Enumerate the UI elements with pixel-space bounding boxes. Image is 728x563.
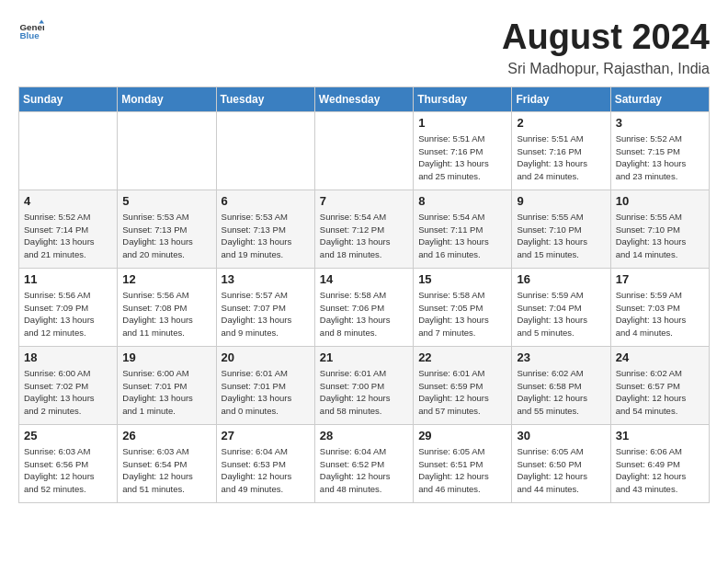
col-monday: Monday xyxy=(118,86,216,111)
table-row: 3Sunrise: 5:52 AM Sunset: 7:15 PM Daylig… xyxy=(610,111,709,190)
day-info: Sunrise: 5:55 AM Sunset: 7:10 PM Dayligh… xyxy=(517,211,605,261)
day-info: Sunrise: 5:51 AM Sunset: 7:16 PM Dayligh… xyxy=(517,132,605,183)
day-info: Sunrise: 6:06 AM Sunset: 6:49 PM Dayligh… xyxy=(616,445,704,496)
day-info: Sunrise: 6:00 AM Sunset: 7:02 PM Dayligh… xyxy=(24,367,112,418)
day-info: Sunrise: 6:00 AM Sunset: 7:01 PM Dayligh… xyxy=(122,367,210,418)
day-number: 8 xyxy=(418,194,506,208)
table-row xyxy=(216,111,314,190)
table-row: 30Sunrise: 6:05 AM Sunset: 6:50 PM Dayli… xyxy=(512,424,610,502)
day-number: 18 xyxy=(24,350,112,364)
day-info: Sunrise: 5:52 AM Sunset: 7:15 PM Dayligh… xyxy=(616,132,704,183)
table-row: 11Sunrise: 5:56 AM Sunset: 7:09 PM Dayli… xyxy=(19,268,118,346)
table-row: 15Sunrise: 5:58 AM Sunset: 7:05 PM Dayli… xyxy=(414,268,512,346)
day-number: 19 xyxy=(122,350,210,364)
calendar-title: August 2024 xyxy=(502,18,710,57)
calendar-week-row: 1Sunrise: 5:51 AM Sunset: 7:16 PM Daylig… xyxy=(19,111,710,190)
table-row xyxy=(19,111,118,190)
table-row: 29Sunrise: 6:05 AM Sunset: 6:51 PM Dayli… xyxy=(414,424,512,502)
table-row: 24Sunrise: 6:02 AM Sunset: 6:57 PM Dayli… xyxy=(610,346,709,424)
day-number: 7 xyxy=(320,194,408,208)
table-row: 12Sunrise: 5:56 AM Sunset: 7:08 PM Dayli… xyxy=(118,268,216,346)
day-number: 17 xyxy=(616,272,704,286)
day-number: 4 xyxy=(24,194,112,208)
table-row: 27Sunrise: 6:04 AM Sunset: 6:53 PM Dayli… xyxy=(216,424,314,502)
day-info: Sunrise: 5:56 AM Sunset: 7:08 PM Dayligh… xyxy=(122,289,210,339)
day-number: 5 xyxy=(122,194,210,208)
table-row: 19Sunrise: 6:00 AM Sunset: 7:01 PM Dayli… xyxy=(118,346,216,424)
day-number: 12 xyxy=(122,272,210,286)
table-row: 14Sunrise: 5:58 AM Sunset: 7:06 PM Dayli… xyxy=(314,268,413,346)
calendar-header-row: Sunday Monday Tuesday Wednesday Thursday… xyxy=(19,86,710,111)
table-row: 7Sunrise: 5:54 AM Sunset: 7:12 PM Daylig… xyxy=(314,190,413,268)
day-number: 27 xyxy=(222,429,310,442)
table-row: 5Sunrise: 5:53 AM Sunset: 7:13 PM Daylig… xyxy=(118,190,216,268)
table-row: 4Sunrise: 5:52 AM Sunset: 7:14 PM Daylig… xyxy=(19,190,118,268)
table-row: 16Sunrise: 5:59 AM Sunset: 7:04 PM Dayli… xyxy=(512,268,610,346)
table-row: 23Sunrise: 6:02 AM Sunset: 6:58 PM Dayli… xyxy=(512,346,610,424)
calendar-week-row: 11Sunrise: 5:56 AM Sunset: 7:09 PM Dayli… xyxy=(19,268,710,346)
day-number: 29 xyxy=(418,429,506,442)
col-saturday: Saturday xyxy=(610,86,709,111)
col-friday: Friday xyxy=(512,86,610,111)
day-number: 10 xyxy=(616,194,704,208)
col-thursday: Thursday xyxy=(414,86,512,111)
table-row: 26Sunrise: 6:03 AM Sunset: 6:54 PM Dayli… xyxy=(118,424,216,502)
table-row: 31Sunrise: 6:06 AM Sunset: 6:49 PM Dayli… xyxy=(610,424,709,502)
calendar-week-row: 4Sunrise: 5:52 AM Sunset: 7:14 PM Daylig… xyxy=(19,190,710,268)
day-info: Sunrise: 5:54 AM Sunset: 7:12 PM Dayligh… xyxy=(320,211,408,261)
day-info: Sunrise: 6:01 AM Sunset: 7:00 PM Dayligh… xyxy=(320,367,408,418)
calendar-table: Sunday Monday Tuesday Wednesday Thursday… xyxy=(18,86,710,503)
day-number: 21 xyxy=(320,350,408,364)
day-number: 30 xyxy=(517,429,605,442)
title-section: August 2024 Sri Madhopur, Rajasthan, Ind… xyxy=(502,18,710,77)
day-info: Sunrise: 6:03 AM Sunset: 6:54 PM Dayligh… xyxy=(122,445,210,496)
logo-icon: General Blue xyxy=(18,18,44,44)
svg-text:Blue: Blue xyxy=(19,30,40,40)
day-info: Sunrise: 6:05 AM Sunset: 6:50 PM Dayligh… xyxy=(517,445,605,496)
table-row: 9Sunrise: 5:55 AM Sunset: 7:10 PM Daylig… xyxy=(512,190,610,268)
day-info: Sunrise: 6:05 AM Sunset: 6:51 PM Dayligh… xyxy=(418,445,506,496)
day-info: Sunrise: 5:53 AM Sunset: 7:13 PM Dayligh… xyxy=(122,211,210,261)
day-number: 22 xyxy=(418,350,506,364)
day-number: 9 xyxy=(517,194,605,208)
day-info: Sunrise: 6:04 AM Sunset: 6:53 PM Dayligh… xyxy=(222,445,310,496)
col-tuesday: Tuesday xyxy=(216,86,314,111)
day-info: Sunrise: 5:52 AM Sunset: 7:14 PM Dayligh… xyxy=(24,211,112,261)
table-row: 13Sunrise: 5:57 AM Sunset: 7:07 PM Dayli… xyxy=(216,268,314,346)
day-number: 20 xyxy=(222,350,310,364)
day-number: 25 xyxy=(24,429,112,442)
table-row: 8Sunrise: 5:54 AM Sunset: 7:11 PM Daylig… xyxy=(414,190,512,268)
table-row: 21Sunrise: 6:01 AM Sunset: 7:00 PM Dayli… xyxy=(314,346,413,424)
header: General Blue August 2024 Sri Madhopur, R… xyxy=(18,18,710,77)
day-number: 23 xyxy=(517,350,605,364)
day-number: 11 xyxy=(24,272,112,286)
col-wednesday: Wednesday xyxy=(314,86,413,111)
day-info: Sunrise: 5:58 AM Sunset: 7:05 PM Dayligh… xyxy=(418,289,506,339)
day-info: Sunrise: 5:51 AM Sunset: 7:16 PM Dayligh… xyxy=(418,132,506,183)
day-info: Sunrise: 5:59 AM Sunset: 7:03 PM Dayligh… xyxy=(616,289,704,339)
day-number: 28 xyxy=(320,429,408,442)
day-number: 1 xyxy=(418,116,506,130)
day-number: 15 xyxy=(418,272,506,286)
table-row: 25Sunrise: 6:03 AM Sunset: 6:56 PM Dayli… xyxy=(19,424,118,502)
day-number: 31 xyxy=(616,429,704,442)
day-info: Sunrise: 5:58 AM Sunset: 7:06 PM Dayligh… xyxy=(320,289,408,339)
logo: General Blue xyxy=(18,18,44,44)
day-info: Sunrise: 5:55 AM Sunset: 7:10 PM Dayligh… xyxy=(616,211,704,261)
day-info: Sunrise: 6:01 AM Sunset: 7:01 PM Dayligh… xyxy=(222,367,310,418)
table-row: 20Sunrise: 6:01 AM Sunset: 7:01 PM Dayli… xyxy=(216,346,314,424)
table-row: 6Sunrise: 5:53 AM Sunset: 7:13 PM Daylig… xyxy=(216,190,314,268)
day-number: 6 xyxy=(222,194,310,208)
day-number: 16 xyxy=(517,272,605,286)
table-row xyxy=(118,111,216,190)
day-info: Sunrise: 5:53 AM Sunset: 7:13 PM Dayligh… xyxy=(222,211,310,261)
day-number: 13 xyxy=(222,272,310,286)
table-row: 18Sunrise: 6:00 AM Sunset: 7:02 PM Dayli… xyxy=(19,346,118,424)
day-number: 3 xyxy=(616,116,704,130)
col-sunday: Sunday xyxy=(19,86,118,111)
day-info: Sunrise: 6:01 AM Sunset: 6:59 PM Dayligh… xyxy=(418,367,506,418)
calendar-week-row: 25Sunrise: 6:03 AM Sunset: 6:56 PM Dayli… xyxy=(19,424,710,502)
calendar-subtitle: Sri Madhopur, Rajasthan, India xyxy=(502,61,710,77)
day-info: Sunrise: 6:02 AM Sunset: 6:57 PM Dayligh… xyxy=(616,367,704,418)
day-info: Sunrise: 5:57 AM Sunset: 7:07 PM Dayligh… xyxy=(222,289,310,339)
